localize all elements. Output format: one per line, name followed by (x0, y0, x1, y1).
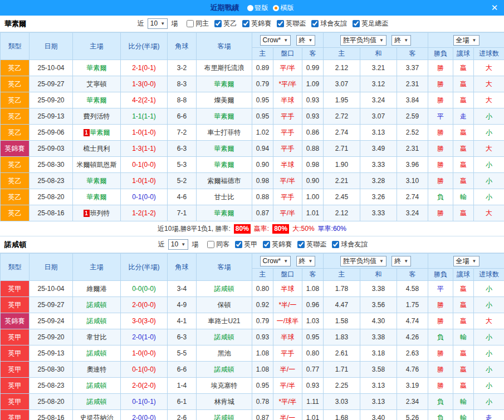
cell-date: 25-08-16 (30, 410, 73, 420)
cell-date: 25-08-30 (30, 157, 73, 173)
team-name-text: 華素爾 (214, 80, 234, 88)
final-value: 終 (299, 36, 306, 45)
final-value: 終 (299, 257, 306, 265)
filter-checkbox[interactable] (311, 20, 319, 27)
cell-away-team: 林肯城 (197, 394, 252, 410)
cell-home-team: 艾寧頓 (73, 76, 121, 92)
final-odds-select[interactable]: 終▼ (296, 256, 316, 266)
full-match-select[interactable]: 全場▼ (453, 256, 479, 266)
cell-league: 英甲 (1, 329, 30, 345)
final-value: 終 (394, 36, 401, 45)
filter-英聯盃[interactable]: 英聯盃 (277, 19, 306, 28)
match-count-select[interactable]: 10 ▼ (168, 239, 188, 250)
cell-corners: 6-6 (168, 362, 197, 378)
cell-result: 勝 (428, 205, 453, 221)
odds-group-header: Crow*▼ 終▼ (252, 33, 324, 48)
cell-corners: 4-9 (168, 297, 197, 313)
filter-checkbox[interactable] (242, 20, 249, 27)
cell-home-odds: 1.08 (252, 362, 273, 378)
final-avg-select[interactable]: 終▼ (392, 256, 411, 266)
cell-away-odds: 0.86 (302, 125, 324, 141)
filter-checkbox[interactable] (353, 20, 360, 27)
filter-同客[interactable]: 同客 (207, 240, 229, 249)
filter-球會友誼[interactable]: 球會友誼 (332, 240, 368, 249)
cell-handicap: 平手 (273, 345, 302, 362)
filter-checkbox[interactable] (263, 241, 270, 248)
cell-home-odds: 0.94 (252, 141, 273, 157)
full-match-select[interactable]: 全場▼ (453, 35, 479, 46)
final-avg-select[interactable]: 終▼ (392, 35, 411, 46)
cell-handicap: 平手 (273, 125, 302, 141)
radio-vertical-layout[interactable]: 豎版 (247, 3, 268, 13)
cell-avg-draw: 3.21 (360, 60, 397, 76)
cell-goals-result: 小 (474, 394, 504, 410)
titlebar-center: 近期戰績 豎版 橫版 (211, 3, 294, 13)
cell-handicap-result: 贏 (453, 378, 474, 394)
filter-checkbox[interactable] (214, 20, 222, 27)
cell-date: 25-09-27 (30, 297, 73, 313)
odds-source-select[interactable]: Crow*▼ (260, 35, 291, 46)
cell-handicap-result: 贏 (453, 362, 474, 378)
cell-avg-away: 2.34 (397, 394, 428, 410)
team-name-text: 諾咸頓 (214, 414, 234, 420)
cell-score: 1-3(0-0) (121, 76, 168, 92)
cell-score: 2-0(2-0) (121, 378, 168, 394)
close-icon[interactable]: ✕ (488, 2, 501, 14)
cell-avg-away: 4.58 (397, 281, 428, 297)
cell-avg-draw: 3.33 (360, 157, 397, 173)
cell-away-odds: 1.03 (302, 313, 324, 329)
cell-result: 勝 (428, 157, 453, 173)
filter-checkbox[interactable] (235, 241, 242, 248)
final-odds-select[interactable]: 終▼ (296, 35, 316, 46)
filter-英錦賽[interactable]: 英錦賽 (242, 19, 271, 28)
filter-英足總盃[interactable]: 英足總盃 (353, 19, 388, 28)
team-name-text: 甘士比 (214, 193, 234, 201)
cell-corners: 7-2 (168, 125, 197, 141)
filter-英錦賽[interactable]: 英錦賽 (263, 240, 292, 249)
filter-checkbox[interactable] (277, 20, 284, 27)
cell-goals-result: 小 (474, 345, 504, 362)
col-goals: 进球数 (474, 269, 504, 281)
cell-avg-draw: 3.33 (360, 205, 397, 221)
cell-league: 英錦賽 (1, 313, 30, 329)
chevron-down-icon: ▼ (181, 240, 185, 249)
team-name-text: 諾咸頓 (87, 317, 107, 325)
radio-horizontal-layout[interactable]: 橫版 (273, 3, 294, 13)
cell-home-odds: 0.88 (252, 189, 273, 205)
filter-checkbox[interactable] (207, 241, 214, 248)
final-value: 終 (394, 257, 401, 265)
cell-result: 勝 (428, 378, 453, 394)
filter-英聯盃[interactable]: 英聯盃 (297, 240, 326, 249)
filter-checkbox[interactable] (332, 241, 339, 248)
filter-checkbox[interactable] (297, 241, 305, 248)
chevron-down-icon: ▼ (472, 36, 477, 45)
match-row: 英錦賽25-09-03梳士貝利1-3(1-1)6-3華素爾0.94平手0.882… (1, 141, 504, 157)
avg-type-select[interactable]: 胜平负均值▼ (340, 256, 386, 266)
filter-球會友誼[interactable]: 球會友誼 (311, 19, 347, 28)
cell-goals-result: 小 (474, 281, 504, 297)
match-count-select[interactable]: 10 ▼ (148, 18, 168, 29)
cell-avg-home: 2.61 (324, 345, 360, 362)
full-match-value: 全場 (456, 36, 469, 45)
near-label: 近 (158, 240, 165, 249)
cell-avg-draw: 3.13 (360, 125, 397, 141)
cell-score: 1-0(1-0) (121, 173, 168, 189)
odds-source-select[interactable]: Crow*▼ (260, 256, 291, 266)
filter-同主[interactable]: 同主 (187, 19, 209, 28)
cell-handicap-result: 贏 (453, 92, 474, 108)
cell-score: 3-0(3-0) (121, 313, 168, 329)
filter-英甲[interactable]: 英甲 (235, 240, 257, 249)
avg-type-select[interactable]: 胜平负均值▼ (340, 35, 386, 46)
cell-home-odds: 0.95 (252, 108, 273, 125)
cell-away-team: 燦美爾 (197, 92, 252, 108)
filter-英乙[interactable]: 英乙 (214, 19, 237, 28)
cell-corners: 5-5 (168, 345, 197, 362)
cell-avg-draw: 3.13 (360, 378, 397, 394)
match-row: 英乙25-08-30米爾頓凱恩斯0-1(0-0)5-3華素爾0.90半球0.98… (1, 157, 504, 173)
team-name-text: 梳士貝利 (84, 145, 110, 152)
cell-goals-result: 大 (474, 76, 504, 92)
cell-score: 0-1(0-0) (121, 157, 168, 173)
cell-result: 勝 (428, 345, 453, 362)
filter-checkbox[interactable] (187, 20, 194, 27)
section-header: 華素爾 近 10 ▼ 場 同主英乙英錦賽英聯盃球會友誼英足總盃 (0, 16, 504, 32)
